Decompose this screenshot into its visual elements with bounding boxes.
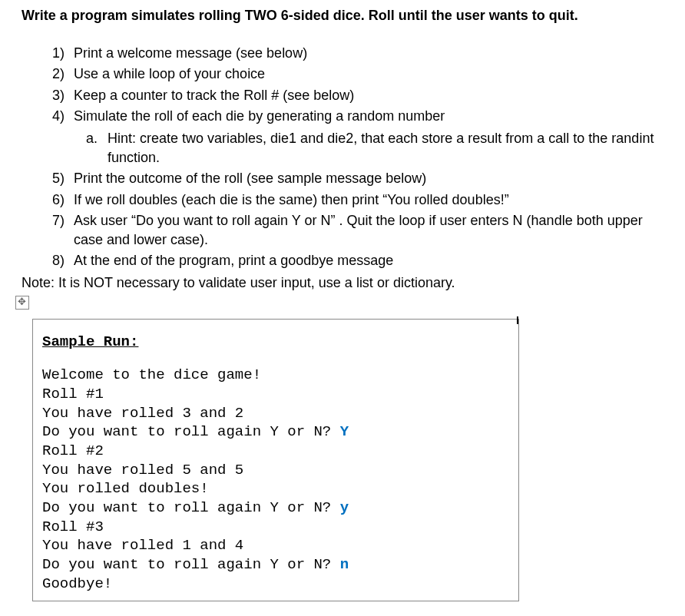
item-number: 3): [52, 86, 74, 105]
sub-letter: a.: [86, 129, 108, 167]
output-line: Do you want to roll again Y or N? Y: [42, 422, 509, 442]
list-item: 1) Print a welcome message (see below): [52, 44, 670, 63]
item-text: Simulate the roll of each die by generat…: [74, 107, 670, 126]
item-number: 6): [52, 190, 74, 210]
requirements-list-part2: 5) Print the outcome of the roll (see sa…: [15, 169, 670, 270]
item-text: Ask user “Do you want to roll again Y or…: [74, 211, 670, 250]
sample-output: Welcome to the dice game! Roll #1 You ha…: [42, 366, 509, 593]
item-text: Print the outcome of the roll (see sampl…: [74, 169, 670, 188]
item-number: 1): [52, 44, 74, 63]
sample-run-header: Sample Run:: [42, 332, 509, 353]
list-item: 3) Keep a counter to track the Roll # (s…: [52, 86, 670, 105]
output-line: Do you want to roll again Y or N? n: [42, 555, 509, 575]
output-line: Roll #3: [42, 518, 509, 537]
list-item: 5) Print the outcome of the roll (see sa…: [52, 169, 670, 188]
output-line: You have rolled 5 and 5: [42, 461, 509, 480]
list-item: 6) If we roll doubles (each die is the s…: [52, 190, 670, 210]
output-line: You have rolled 1 and 4: [42, 536, 509, 555]
item-number: 7): [52, 211, 74, 250]
output-line: Do you want to roll again Y or N? y: [42, 498, 509, 518]
note-text: Note: It is NOT necessary to validate us…: [15, 273, 670, 293]
output-line: You have rolled 3 and 2: [42, 404, 509, 423]
item-text: If we roll doubles (each die is the same…: [74, 190, 670, 210]
output-line: Welcome to the dice game!: [42, 366, 509, 385]
item-text: Print a welcome message (see below): [74, 44, 670, 63]
list-item: 4) Simulate the roll of each die by gene…: [52, 107, 670, 126]
requirements-list-part1: 1) Print a welcome message (see below) 2…: [15, 44, 670, 126]
output-line: You rolled doubles!: [42, 479, 509, 498]
item-number: 2): [52, 65, 74, 84]
move-handle-icon[interactable]: [15, 296, 29, 310]
user-input: n: [340, 556, 349, 573]
output-line: Roll #1: [42, 385, 509, 404]
sub-requirements: a. Hint: create two variables, die1 and …: [15, 129, 670, 167]
item-number: 8): [52, 251, 74, 270]
item-text: Keep a counter to track the Roll # (see …: [74, 86, 670, 105]
item-number: 5): [52, 169, 74, 188]
sub-text: Hint: create two variables, die1 and die…: [108, 129, 670, 167]
cursor-mark-icon: [517, 316, 518, 324]
list-item: 8) At the end of the program, print a go…: [52, 251, 670, 270]
list-item: 7) Ask user “Do you want to roll again Y…: [52, 211, 670, 250]
item-text: Use a while loop of your choice: [74, 65, 670, 84]
assignment-title: Write a program simulates rolling TWO 6-…: [15, 6, 670, 25]
item-text: At the end of the program, print a goodb…: [74, 251, 670, 270]
output-line: Goodbye!: [42, 575, 509, 594]
output-line: Roll #2: [42, 442, 509, 461]
item-number: 4): [52, 107, 74, 126]
user-input: y: [340, 499, 349, 516]
list-item: 2) Use a while loop of your choice: [52, 65, 670, 84]
sample-run-box: Sample Run: Welcome to the dice game! Ro…: [32, 319, 519, 602]
sub-item: a. Hint: create two variables, die1 and …: [86, 129, 670, 167]
user-input: Y: [340, 423, 349, 440]
